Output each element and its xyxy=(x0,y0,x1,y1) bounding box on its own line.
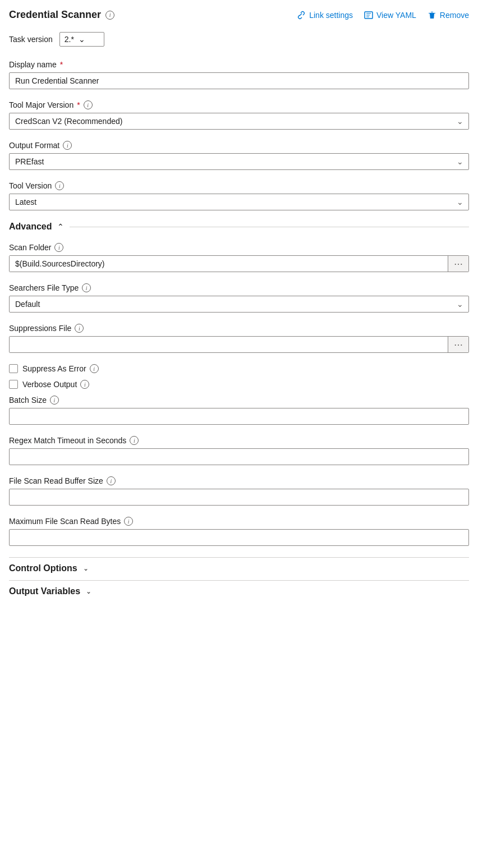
regex-match-timeout-label: Regex Match Timeout in Seconds i xyxy=(9,436,469,445)
advanced-chevron-up-icon: ⌃ xyxy=(57,222,64,231)
tool-version-wrapper: Latest 1.0 2.0 ⌄ xyxy=(9,194,469,210)
advanced-section-header[interactable]: Advanced ⌃ xyxy=(9,222,469,232)
control-options-title: Control Options xyxy=(9,563,77,573)
maximum-file-scan-read-bytes-group: Maximum File Scan Read Bytes i xyxy=(9,517,469,546)
file-scan-read-buffer-size-info-icon[interactable]: i xyxy=(107,476,116,485)
task-version-label: Task version xyxy=(9,35,53,44)
searchers-file-type-label: Searchers File Type i xyxy=(9,283,469,292)
view-yaml-button[interactable]: View YAML xyxy=(364,11,416,20)
searchers-file-type-select[interactable]: Default Custom xyxy=(9,296,469,313)
task-version-select[interactable]: 2.* ⌄ xyxy=(59,32,104,47)
suppress-as-error-info-icon[interactable]: i xyxy=(90,364,99,373)
file-scan-read-buffer-size-input[interactable] xyxy=(9,489,469,506)
scan-folder-input[interactable] xyxy=(10,256,448,272)
remove-button[interactable]: Remove xyxy=(428,11,469,20)
output-variables-chevron-down-icon: ⌄ xyxy=(86,587,91,595)
task-version-value: 2.* xyxy=(65,35,74,44)
tool-major-version-label: Tool Major Version * i xyxy=(9,100,469,109)
tool-major-version-info-icon[interactable]: i xyxy=(84,100,93,109)
page-header: Credential Scanner i Link settings View … xyxy=(9,9,469,21)
scan-folder-info-icon[interactable]: i xyxy=(54,243,63,252)
verbose-output-label: Verbose Output i xyxy=(22,380,89,389)
regex-match-timeout-group: Regex Match Timeout in Seconds i xyxy=(9,436,469,465)
control-options-header[interactable]: Control Options ⌄ xyxy=(9,557,469,578)
batch-size-group: Batch Size i xyxy=(9,396,469,425)
searchers-file-type-info-icon[interactable]: i xyxy=(82,283,91,292)
searchers-file-type-group: Searchers File Type i Default Custom ⌄ xyxy=(9,283,469,313)
remove-icon xyxy=(428,11,436,20)
advanced-section-title: Advanced xyxy=(9,222,52,232)
output-variables-header[interactable]: Output Variables ⌄ xyxy=(9,580,469,601)
advanced-section-divider xyxy=(70,227,469,227)
display-name-group: Display name * xyxy=(9,60,469,89)
scan-folder-browse-button[interactable]: ⋯ xyxy=(448,256,468,272)
maximum-file-scan-read-bytes-info-icon[interactable]: i xyxy=(124,517,133,526)
tool-major-version-select[interactable]: CredScan V2 (Recommended) CredScan V1 xyxy=(9,113,469,130)
tool-version-label: Tool Version i xyxy=(9,181,469,190)
remove-label: Remove xyxy=(440,11,469,20)
tool-version-group: Tool Version i Latest 1.0 2.0 ⌄ xyxy=(9,181,469,210)
view-yaml-label: View YAML xyxy=(376,11,416,20)
task-version-row: Task version 2.* ⌄ xyxy=(9,32,469,47)
tool-version-select[interactable]: Latest 1.0 2.0 xyxy=(9,194,469,210)
page-title: Credential Scanner xyxy=(9,9,101,21)
output-format-group: Output Format i PREfast CSV TSV ⌄ xyxy=(9,141,469,170)
display-name-input[interactable] xyxy=(9,72,469,89)
output-variables-title: Output Variables xyxy=(9,586,80,596)
tool-major-version-required: * xyxy=(77,100,80,109)
regex-match-timeout-info-icon[interactable]: i xyxy=(130,436,139,445)
suppress-as-error-row: Suppress As Error i xyxy=(9,364,469,373)
suppressions-file-browse-button[interactable]: ⋯ xyxy=(448,337,468,352)
verbose-output-checkbox[interactable] xyxy=(9,380,18,389)
scan-folder-input-group: ⋯ xyxy=(9,255,469,272)
maximum-file-scan-read-bytes-input[interactable] xyxy=(9,529,469,546)
suppress-as-error-label: Suppress As Error i xyxy=(22,364,99,373)
display-name-label: Display name * xyxy=(9,60,469,69)
file-scan-read-buffer-size-group: File Scan Read Buffer Size i xyxy=(9,476,469,506)
header-left: Credential Scanner i xyxy=(9,9,114,21)
maximum-file-scan-read-bytes-label: Maximum File Scan Read Bytes i xyxy=(9,517,469,526)
tool-major-version-wrapper: CredScan V2 (Recommended) CredScan V1 ⌄ xyxy=(9,113,469,130)
tool-major-version-group: Tool Major Version * i CredScan V2 (Reco… xyxy=(9,100,469,130)
file-scan-read-buffer-size-label: File Scan Read Buffer Size i xyxy=(9,476,469,485)
control-options-chevron-down-icon: ⌄ xyxy=(83,564,89,572)
scan-folder-group: Scan Folder i ⋯ xyxy=(9,243,469,272)
header-actions: Link settings View YAML Remove xyxy=(297,11,469,20)
task-version-chevron-icon: ⌄ xyxy=(79,35,85,44)
scan-folder-label: Scan Folder i xyxy=(9,243,469,252)
suppressions-file-label: Suppressions File i xyxy=(9,324,469,333)
link-settings-button[interactable]: Link settings xyxy=(297,11,353,20)
batch-size-info-icon[interactable]: i xyxy=(50,396,59,405)
batch-size-label: Batch Size i xyxy=(9,396,469,405)
searchers-file-type-wrapper: Default Custom ⌄ xyxy=(9,296,469,313)
output-format-info-icon[interactable]: i xyxy=(63,141,72,150)
output-format-label: Output Format i xyxy=(9,141,469,150)
suppress-as-error-checkbox[interactable] xyxy=(9,364,18,373)
display-name-required: * xyxy=(60,60,63,69)
link-icon xyxy=(297,11,306,20)
link-settings-label: Link settings xyxy=(309,11,353,20)
suppressions-file-group: Suppressions File i ⋯ xyxy=(9,324,469,353)
yaml-icon xyxy=(364,11,373,20)
suppressions-file-info-icon[interactable]: i xyxy=(75,324,84,333)
suppressions-file-input[interactable] xyxy=(10,337,448,352)
regex-match-timeout-input[interactable] xyxy=(9,448,469,465)
output-format-wrapper: PREfast CSV TSV ⌄ xyxy=(9,153,469,170)
verbose-output-row: Verbose Output i xyxy=(9,380,469,389)
batch-size-input[interactable] xyxy=(9,408,469,425)
tool-version-info-icon[interactable]: i xyxy=(55,181,64,190)
suppressions-file-input-group: ⋯ xyxy=(9,336,469,353)
output-format-select[interactable]: PREfast CSV TSV xyxy=(9,153,469,170)
verbose-output-info-icon[interactable]: i xyxy=(80,380,89,389)
title-info-icon[interactable]: i xyxy=(105,11,114,20)
